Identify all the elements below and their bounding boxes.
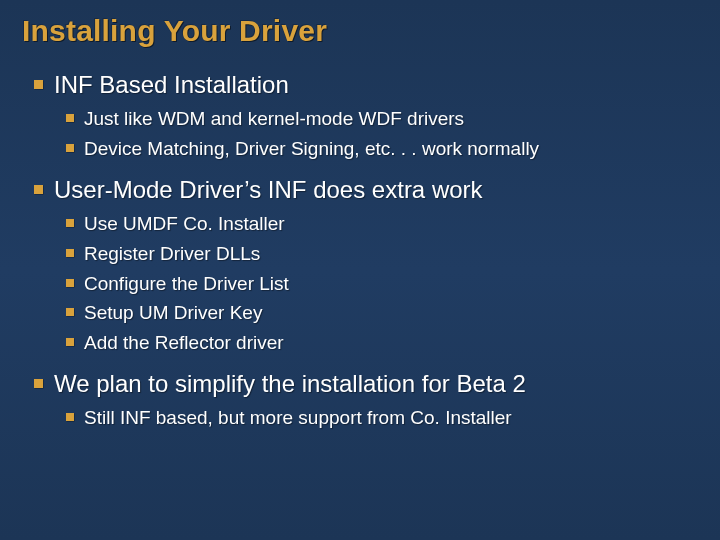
bullet-text: INF Based Installation [54,71,289,98]
sub-bullet-item: Setup UM Driver Key [84,300,698,326]
bullet-text: User-Mode Driver’s INF does extra work [54,176,483,203]
sub-bullet-item: Use UMDF Co. Installer [84,211,698,237]
sub-bullet-item: Just like WDM and kernel-mode WDF driver… [84,106,698,132]
bullet-item: We plan to simplify the installation for… [54,369,698,431]
bullet-text: We plan to simplify the installation for… [54,370,526,397]
bullet-item: User-Mode Driver’s INF does extra work U… [54,175,698,355]
bullet-list-level2: Still INF based, but more support from C… [54,405,698,431]
bullet-list-level2: Use UMDF Co. Installer Register Driver D… [54,211,698,355]
sub-bullet-item: Add the Reflector driver [84,330,698,356]
sub-bullet-item: Still INF based, but more support from C… [84,405,698,431]
sub-bullet-item: Register Driver DLLs [84,241,698,267]
sub-bullet-item: Device Matching, Driver Signing, etc. . … [84,136,698,162]
sub-bullet-item: Configure the Driver List [84,271,698,297]
bullet-list-level2: Just like WDM and kernel-mode WDF driver… [54,106,698,161]
slide-title: Installing Your Driver [22,14,698,48]
slide: Installing Your Driver INF Based Install… [0,0,720,540]
bullet-list-level1: INF Based Installation Just like WDM and… [22,70,698,431]
bullet-item: INF Based Installation Just like WDM and… [54,70,698,161]
